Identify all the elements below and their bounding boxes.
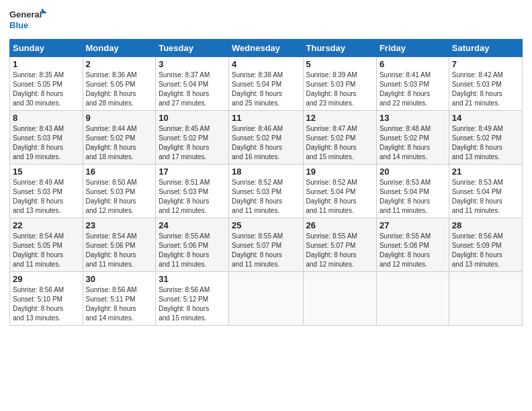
- day-info: Sunrise: 8:56 AMSunset: 5:11 PMDaylight:…: [86, 285, 153, 323]
- day-info: Sunrise: 8:42 AMSunset: 5:03 PMDaylight:…: [452, 71, 519, 108]
- day-number: 22: [13, 220, 80, 230]
- calendar-cell: 10Sunrise: 8:45 AMSunset: 5:02 PMDayligh…: [156, 111, 229, 165]
- day-number: 10: [159, 113, 226, 123]
- logo: General Blue: [9, 7, 46, 34]
- calendar-cell: 4Sunrise: 8:38 AMSunset: 5:04 PMDaylight…: [229, 57, 303, 111]
- calendar-cell: 17Sunrise: 8:51 AMSunset: 5:03 PMDayligh…: [156, 165, 229, 218]
- day-info: Sunrise: 8:45 AMSunset: 5:02 PMDaylight:…: [159, 124, 226, 162]
- calendar-cell: 8Sunrise: 8:43 AMSunset: 5:03 PMDaylight…: [10, 111, 83, 165]
- day-number: 27: [380, 220, 446, 230]
- calendar-cell: [376, 272, 449, 326]
- header: General Blue: [9, 7, 523, 34]
- day-info: Sunrise: 8:47 AMSunset: 5:02 PMDaylight:…: [306, 124, 373, 162]
- day-info: Sunrise: 8:55 AMSunset: 5:07 PMDaylight:…: [306, 232, 373, 269]
- day-info: Sunrise: 8:52 AMSunset: 5:03 PMDaylight:…: [232, 178, 300, 216]
- weekday-header: Monday: [83, 40, 156, 57]
- day-number: 17: [159, 167, 226, 177]
- calendar-cell: 1Sunrise: 8:35 AMSunset: 5:05 PMDaylight…: [10, 57, 83, 111]
- day-number: 18: [232, 167, 300, 177]
- calendar-table: SundayMondayTuesdayWednesdayThursdayFrid…: [9, 39, 523, 326]
- calendar-cell: 28Sunrise: 8:56 AMSunset: 5:09 PMDayligh…: [449, 218, 522, 272]
- calendar-cell: 20Sunrise: 8:53 AMSunset: 5:04 PMDayligh…: [376, 165, 449, 218]
- calendar-cell: 3Sunrise: 8:37 AMSunset: 5:04 PMDaylight…: [156, 57, 229, 111]
- calendar-cell: 26Sunrise: 8:55 AMSunset: 5:07 PMDayligh…: [303, 218, 376, 272]
- svg-text:General: General: [9, 9, 42, 19]
- day-number: 20: [380, 167, 446, 177]
- weekday-header: Tuesday: [156, 40, 229, 57]
- calendar-cell: 14Sunrise: 8:49 AMSunset: 5:02 PMDayligh…: [449, 111, 522, 165]
- calendar-cell: [303, 272, 376, 326]
- calendar-header-row: SundayMondayTuesdayWednesdayThursdayFrid…: [10, 40, 523, 57]
- calendar-cell: 9Sunrise: 8:44 AMSunset: 5:02 PMDaylight…: [83, 111, 156, 165]
- calendar-cell: [229, 272, 303, 326]
- day-info: Sunrise: 8:56 AMSunset: 5:10 PMDaylight:…: [13, 285, 80, 323]
- day-info: Sunrise: 8:48 AMSunset: 5:02 PMDaylight:…: [380, 124, 446, 162]
- day-number: 24: [159, 220, 226, 230]
- calendar-cell: 18Sunrise: 8:52 AMSunset: 5:03 PMDayligh…: [229, 165, 303, 218]
- day-info: Sunrise: 8:43 AMSunset: 5:03 PMDaylight:…: [13, 124, 80, 162]
- day-number: 28: [452, 220, 519, 230]
- day-number: 25: [232, 220, 300, 230]
- calendar-cell: 30Sunrise: 8:56 AMSunset: 5:11 PMDayligh…: [83, 272, 156, 326]
- weekday-header: Wednesday: [229, 40, 303, 57]
- day-number: 26: [306, 220, 373, 230]
- day-info: Sunrise: 8:53 AMSunset: 5:04 PMDaylight:…: [452, 178, 519, 216]
- day-info: Sunrise: 8:56 AMSunset: 5:12 PMDaylight:…: [159, 285, 226, 323]
- day-info: Sunrise: 8:54 AMSunset: 5:05 PMDaylight:…: [13, 232, 80, 269]
- svg-text:Blue: Blue: [9, 20, 28, 30]
- calendar-cell: 7Sunrise: 8:42 AMSunset: 5:03 PMDaylight…: [449, 57, 522, 111]
- day-info: Sunrise: 8:49 AMSunset: 5:02 PMDaylight:…: [452, 124, 519, 162]
- day-number: 5: [306, 59, 373, 69]
- day-info: Sunrise: 8:36 AMSunset: 5:05 PMDaylight:…: [86, 71, 153, 108]
- day-number: 30: [86, 274, 153, 284]
- calendar-cell: 19Sunrise: 8:52 AMSunset: 5:04 PMDayligh…: [303, 165, 376, 218]
- day-info: Sunrise: 8:55 AMSunset: 5:08 PMDaylight:…: [380, 232, 446, 269]
- calendar-cell: 31Sunrise: 8:56 AMSunset: 5:12 PMDayligh…: [156, 272, 229, 326]
- calendar-week-row: 22Sunrise: 8:54 AMSunset: 5:05 PMDayligh…: [10, 218, 523, 272]
- day-number: 29: [13, 274, 80, 284]
- weekday-header: Friday: [376, 40, 449, 57]
- logo-svg: General Blue: [9, 7, 46, 34]
- day-number: 19: [306, 167, 373, 177]
- calendar-week-row: 15Sunrise: 8:49 AMSunset: 5:03 PMDayligh…: [10, 165, 523, 218]
- day-info: Sunrise: 8:39 AMSunset: 5:03 PMDaylight:…: [306, 71, 373, 108]
- day-number: 2: [86, 59, 153, 69]
- day-info: Sunrise: 8:55 AMSunset: 5:06 PMDaylight:…: [159, 232, 226, 269]
- page-container: General Blue SundayMondayTuesdayWednesda…: [0, 0, 532, 332]
- calendar-cell: 13Sunrise: 8:48 AMSunset: 5:02 PMDayligh…: [376, 111, 449, 165]
- day-number: 8: [13, 113, 80, 123]
- day-info: Sunrise: 8:35 AMSunset: 5:05 PMDaylight:…: [13, 71, 80, 108]
- calendar-cell: 5Sunrise: 8:39 AMSunset: 5:03 PMDaylight…: [303, 57, 376, 111]
- day-number: 9: [86, 113, 153, 123]
- calendar-cell: 24Sunrise: 8:55 AMSunset: 5:06 PMDayligh…: [156, 218, 229, 272]
- calendar-cell: 16Sunrise: 8:50 AMSunset: 5:03 PMDayligh…: [83, 165, 156, 218]
- day-number: 31: [159, 274, 226, 284]
- calendar-cell: 23Sunrise: 8:54 AMSunset: 5:06 PMDayligh…: [83, 218, 156, 272]
- day-number: 11: [232, 113, 300, 123]
- calendar-week-row: 8Sunrise: 8:43 AMSunset: 5:03 PMDaylight…: [10, 111, 523, 165]
- calendar-cell: 27Sunrise: 8:55 AMSunset: 5:08 PMDayligh…: [376, 218, 449, 272]
- calendar-cell: [449, 272, 522, 326]
- calendar-cell: 21Sunrise: 8:53 AMSunset: 5:04 PMDayligh…: [449, 165, 522, 218]
- calendar-cell: 6Sunrise: 8:41 AMSunset: 5:03 PMDaylight…: [376, 57, 449, 111]
- weekday-header: Sunday: [10, 40, 83, 57]
- weekday-header: Saturday: [449, 40, 522, 57]
- day-info: Sunrise: 8:55 AMSunset: 5:07 PMDaylight:…: [232, 232, 300, 269]
- day-info: Sunrise: 8:44 AMSunset: 5:02 PMDaylight:…: [86, 124, 153, 162]
- day-info: Sunrise: 8:37 AMSunset: 5:04 PMDaylight:…: [159, 71, 226, 108]
- day-number: 12: [306, 113, 373, 123]
- day-info: Sunrise: 8:50 AMSunset: 5:03 PMDaylight:…: [86, 178, 153, 216]
- svg-marker-2: [42, 8, 46, 13]
- calendar-cell: 22Sunrise: 8:54 AMSunset: 5:05 PMDayligh…: [10, 218, 83, 272]
- day-info: Sunrise: 8:41 AMSunset: 5:03 PMDaylight:…: [380, 71, 446, 108]
- calendar-cell: 29Sunrise: 8:56 AMSunset: 5:10 PMDayligh…: [10, 272, 83, 326]
- day-number: 14: [452, 113, 519, 123]
- weekday-header: Thursday: [303, 40, 376, 57]
- day-info: Sunrise: 8:49 AMSunset: 5:03 PMDaylight:…: [13, 178, 80, 216]
- day-info: Sunrise: 8:53 AMSunset: 5:04 PMDaylight:…: [380, 178, 446, 216]
- calendar-cell: 15Sunrise: 8:49 AMSunset: 5:03 PMDayligh…: [10, 165, 83, 218]
- day-number: 3: [159, 59, 226, 69]
- day-info: Sunrise: 8:56 AMSunset: 5:09 PMDaylight:…: [452, 232, 519, 269]
- day-info: Sunrise: 8:46 AMSunset: 5:02 PMDaylight:…: [232, 124, 300, 162]
- day-number: 4: [232, 59, 300, 69]
